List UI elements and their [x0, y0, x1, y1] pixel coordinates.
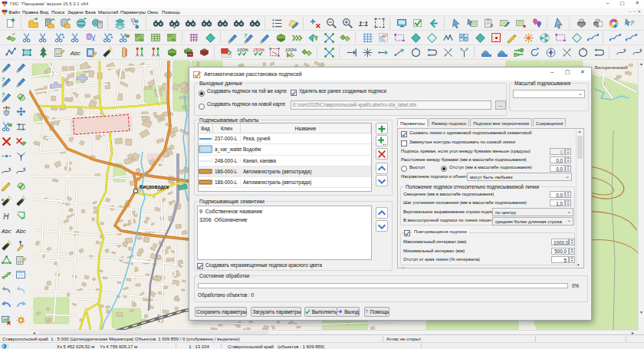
svg-text:90°: 90°	[382, 33, 388, 38]
svg-text:100%: 100%	[285, 47, 297, 51]
svg-text:Кисловодск: Кисловодск	[140, 184, 169, 190]
svg-text:H: H	[3, 212, 9, 221]
svg-text:Abc: Abc	[1, 228, 12, 235]
svg-text:?: ?	[2, 76, 5, 83]
svg-text:a: a	[2, 196, 5, 201]
svg-text:?: ?	[630, 19, 635, 27]
svg-text:Белореченский: Белореченский	[595, 65, 628, 70]
svg-text:?: ?	[244, 32, 248, 39]
svg-text:a: a	[490, 21, 493, 27]
svg-text:?: ?	[2, 91, 5, 98]
svg-text:1:1: 1:1	[359, 19, 368, 27]
svg-text:Abc: Abc	[70, 49, 80, 56]
svg-text:250%: 250%	[253, 47, 264, 51]
svg-text:?: ?	[366, 310, 368, 314]
svg-text:100%: 100%	[237, 47, 248, 51]
svg-text:Abc: Abc	[15, 228, 26, 235]
